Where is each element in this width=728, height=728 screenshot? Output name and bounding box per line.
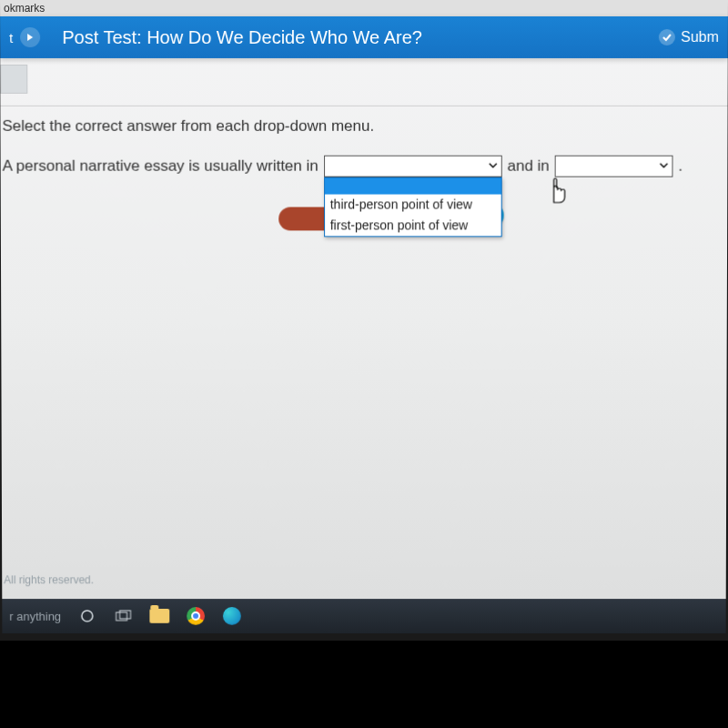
- dropdown-1-option-third-person[interactable]: third-person point of view: [325, 195, 501, 216]
- taskbar-search[interactable]: r anything: [9, 609, 61, 622]
- assessment-header: t Post Test: How Do We Decide Who We Are…: [0, 16, 728, 58]
- assessment-title: Post Test: How Do We Decide Who We Are?: [62, 26, 659, 47]
- instruction-text: Select the correct answer from each drop…: [2, 117, 720, 136]
- footer-rights: All rights reserved.: [4, 573, 94, 586]
- dropdown-1-option-blank[interactable]: [325, 178, 501, 195]
- question-content: Select the correct answer from each drop…: [0, 106, 727, 177]
- bookmarks-bar: okmarks: [0, 0, 728, 16]
- stem-period: .: [678, 157, 682, 176]
- file-explorer-icon[interactable]: [149, 606, 169, 626]
- stem-part-1: A personal narrative essay is usually wr…: [3, 157, 318, 176]
- chrome-icon[interactable]: [186, 606, 206, 626]
- dropdown-1[interactable]: [324, 156, 502, 177]
- svg-point-0: [82, 611, 93, 622]
- cortana-icon[interactable]: [77, 606, 97, 626]
- submit-test-button[interactable]: Subm: [659, 29, 719, 46]
- progress-box[interactable]: [0, 65, 27, 94]
- svg-rect-2: [120, 611, 131, 619]
- forward-arrow-icon[interactable]: [20, 27, 40, 47]
- progress-area: [0, 58, 728, 100]
- dropdown-1-listbox: third-person point of view first-person …: [324, 177, 502, 238]
- dropdown-2[interactable]: [555, 156, 673, 177]
- stem-part-2: and in: [507, 157, 549, 176]
- svg-rect-1: [116, 612, 127, 621]
- chevron-down-icon: [489, 161, 498, 172]
- edge-icon[interactable]: [222, 606, 242, 626]
- submit-label: Subm: [681, 29, 719, 46]
- check-icon: [659, 29, 675, 46]
- cursor-pointer-icon: [546, 177, 570, 208]
- task-view-icon[interactable]: [114, 606, 134, 626]
- bezel: [0, 641, 728, 728]
- dropdown-1-option-first-person[interactable]: first-person point of view: [325, 215, 501, 236]
- question-line: A personal narrative essay is usually wr…: [3, 156, 721, 177]
- header-left-letter: t: [9, 29, 13, 45]
- chevron-down-icon: [660, 161, 669, 172]
- taskbar: r anything: [2, 599, 725, 633]
